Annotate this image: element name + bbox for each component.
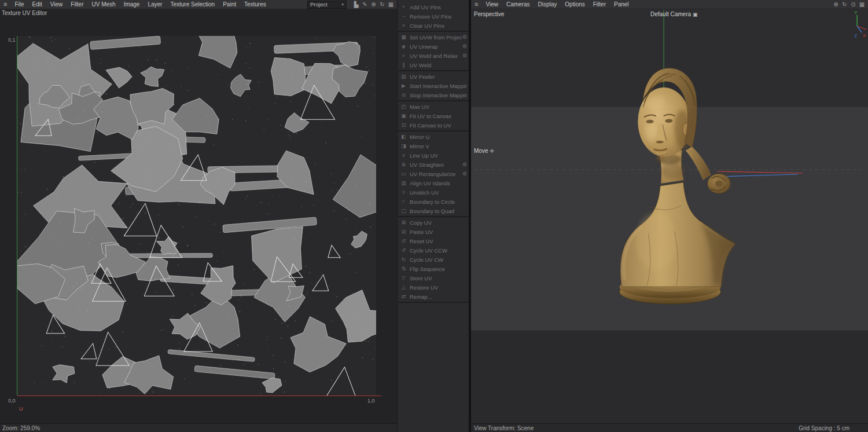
grid-icon[interactable]: ▦ [387,0,395,9]
gear-icon[interactable]: ⚙ [462,43,467,49]
viewport-3d[interactable]: Y X Z Perspective Default Camera ▣ Move … [471,9,868,423]
command-boundary-to-circle[interactable]: ○Boundary to Circle [398,197,469,206]
command-restore-uv[interactable]: △Restore UV [398,283,469,292]
command-mirror-v[interactable]: ◨Mirror V [398,141,469,151]
uv-command-panel: +Add UV Pins−Remove UV Pins×Clear UV Pin… [397,0,469,432]
command-uv-weld[interactable]: ∥UV Weld [398,60,469,69]
command-stop-interactive-mapping[interactable]: ⊘Stop Interactive Mapping [398,90,469,100]
menu-layer[interactable]: Layer [144,0,166,9]
uv-canvas[interactable] [17,36,376,396]
command-uv-rectangularize[interactable]: ▭UV Rectangularize⚙ [398,169,469,178]
menu-filter[interactable]: Filter [67,0,87,9]
start-interactive-mapping-icon: ▶ [400,83,407,89]
menu-view[interactable]: View [46,0,67,9]
menu-paint[interactable]: Paint [219,0,240,9]
command-add-uv-pins[interactable]: +Add UV Pins [398,2,469,12]
command-mirror-u[interactable]: ◧Mirror U [398,132,469,141]
command-flip-sequence[interactable]: ⇅Flip Sequence [398,264,469,273]
project-dropdown[interactable]: Project ▾ [307,1,347,9]
command-uv-weld-and-relax[interactable]: ≈UV Weld and Relax⚙ [398,51,469,60]
uv-command-list: +Add UV Pins−Remove UV Pins×Clear UV Pin… [398,2,469,303]
projection-label[interactable]: Perspective [474,11,504,17]
command-remap[interactable]: ⇄Remap... [398,292,469,301]
boundary-to-quad-icon: ▢ [400,208,407,214]
command-group-2: ▦Set UVW from Projection⚙◈UV Unwrap⚙≈UV … [398,32,469,71]
gear-icon[interactable]: ⚙ [462,162,467,167]
rotate-icon[interactable]: ↻ [378,0,386,9]
command-copy-uv[interactable]: ⊞Copy UV [398,218,469,227]
uv-axis-v [17,36,17,396]
command-set-uvw-from-projection[interactable]: ▦Set UVW from Projection⚙ [398,32,469,42]
gizmo-y-label: Y [854,10,858,15]
menu-burger-icon[interactable]: ≡ [0,0,10,9]
menu-burger-icon[interactable]: ≡ [471,0,481,9]
command-uv-peeler[interactable]: ▤UV Peeler [398,72,469,81]
tool-label: Move ✛ [474,148,494,154]
uv-weld-and-relax-icon: ≈ [400,53,407,58]
menu-options[interactable]: Options [561,0,589,9]
command-label: Unstitch UV [410,189,467,196]
viewport-scene-svg: Y X Z [471,9,868,423]
orbit-icon[interactable]: ↻ [841,0,848,9]
menu-filter[interactable]: Filter [589,0,610,9]
right-menubar-items: ViewCamerasDisplayOptionsFilterPanel [481,0,632,9]
menu-display[interactable]: Display [534,0,561,9]
gear-icon[interactable]: ⚙ [462,171,467,177]
menu-edit[interactable]: Edit [28,0,46,9]
command-remove-uv-pins[interactable]: −Remove UV Pins [398,12,469,21]
menu-uv-mesh[interactable]: UV Mesh [88,0,120,9]
menu-image[interactable]: Image [120,0,144,9]
command-cycle-uv-ccw[interactable]: ↺Cycle UV CCW [398,246,469,255]
uv-unwrap-icon: ◈ [400,43,407,49]
command-clear-uv-pins[interactable]: ×Clear UV Pins [398,21,469,30]
pan-icon[interactable]: ⊕ [370,0,377,9]
store-uv-icon: ▽ [400,275,407,281]
cycle-uv-ccw-icon: ↺ [400,247,407,253]
command-label: Cycle UV CCW [410,247,467,254]
menu-texture-selection[interactable]: Texture Selection [166,0,219,9]
uv-coord-top-left: 0,1 [8,37,16,43]
uv-rectangularize-icon: ▭ [400,171,407,177]
camera-label-text: Default Camera [650,11,691,17]
command-unstitch-uv[interactable]: ◊Unstitch UV [398,188,469,197]
cycle-uv-cw-icon: ↻ [400,257,407,262]
command-max-uv[interactable]: ◰Max UV [398,102,469,111]
command-start-interactive-mapping[interactable]: ▶Start Interactive Mapping [398,81,469,90]
maximize-icon[interactable]: ▦ [858,0,866,9]
model-bust[interactable] [620,68,736,304]
command-fit-canvas-to-uv[interactable]: ⊡Fit Canvas to UV [398,120,469,130]
pen-icon[interactable]: ✎ [361,0,369,9]
axis-gizmo[interactable]: Y X Z [854,10,866,38]
command-cycle-uv-cw[interactable]: ↻Cycle UV CW [398,255,469,264]
menu-file[interactable]: File [10,0,28,9]
camera-label[interactable]: Default Camera ▣ [650,11,698,17]
command-align-uv-islands[interactable]: ▥Align UV Islands [398,178,469,188]
command-fit-uv-to-canvas[interactable]: ▣Fit UV to Canvas [398,111,469,120]
command-store-uv[interactable]: ▽Store UV [398,273,469,283]
command-label: Remove UV Pins [410,13,467,20]
command-paste-uv[interactable]: ⊟Paste UV [398,227,469,236]
mirror-u-icon: ◧ [400,134,407,140]
command-label: Line Up UV [410,152,467,159]
command-label: Copy UV [410,219,467,226]
menu-view[interactable]: View [481,0,502,9]
command-uv-unwrap[interactable]: ◈UV Unwrap⚙ [398,42,469,51]
command-uv-straighten[interactable]: ≣UV Straighten⚙ [398,160,469,169]
gear-icon[interactable]: ⚙ [462,53,467,58]
bust-head [637,86,692,160]
command-label: Add UV Pins [410,4,467,10]
editor-title: Texture UV Editor [2,10,47,16]
menu-panel[interactable]: Panel [610,0,633,9]
menu-cameras[interactable]: Cameras [502,0,534,9]
grid-spacing-status: Grid Spacing : 5 cm [799,424,849,432]
gear-icon[interactable]: ⚙ [462,34,467,40]
boundary-to-circle-icon: ○ [400,199,407,204]
command-boundary-to-quad[interactable]: ▢Boundary to Quad [398,206,469,215]
command-reset-uv[interactable]: ↺Reset UV [398,236,469,246]
command-line-up-uv[interactable]: ≡Line Up UV [398,151,469,160]
menu-textures[interactable]: Textures [240,0,270,9]
restore-uv-icon: △ [400,284,407,290]
chart-icon[interactable]: ▙ [352,0,360,9]
zoom-icon[interactable]: ⊙ [849,0,857,9]
pan-icon[interactable]: ⊕ [832,0,840,9]
